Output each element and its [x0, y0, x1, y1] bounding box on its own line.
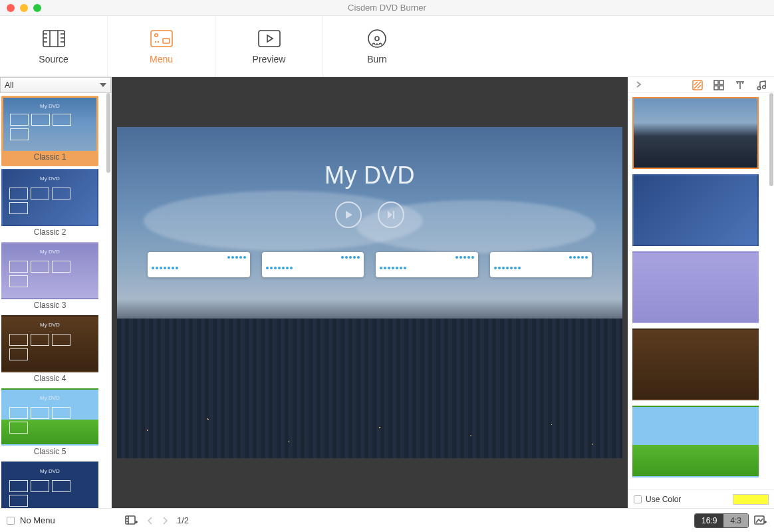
tab-frame[interactable] — [713, 79, 725, 91]
template-name: Classic 3 — [1, 299, 98, 313]
template-name: Classic 4 — [1, 372, 98, 386]
svg-rect-25 — [714, 80, 718, 84]
svg-point-10 — [154, 33, 157, 36]
dvd-title-text[interactable]: My DVD — [117, 162, 622, 190]
svg-rect-36 — [126, 516, 135, 524]
template-item[interactable]: My DVDClassic 3 — [1, 242, 98, 313]
no-menu-label: No Menu — [20, 515, 55, 525]
svg-rect-26 — [719, 80, 723, 84]
background-item[interactable] — [632, 329, 759, 400]
svg-marker-15 — [267, 35, 273, 42]
svg-rect-14 — [259, 31, 280, 47]
background-scrollbar[interactable] — [769, 93, 774, 489]
burn-disc-icon — [365, 29, 389, 49]
add-chapter-button[interactable] — [125, 514, 138, 527]
template-list[interactable]: My DVDClassic 1My DVDClassic 2My DVDClas… — [0, 93, 111, 508]
add-image-button[interactable] — [754, 514, 767, 527]
svg-line-22 — [694, 82, 701, 88]
chapter-thumbnails — [148, 252, 592, 277]
template-thumb: My DVD — [1, 242, 98, 299]
svg-point-17 — [375, 37, 379, 41]
menu-stage[interactable]: My DVD — [117, 127, 622, 458]
svg-point-34 — [763, 85, 766, 88]
window-minimize-button[interactable] — [20, 4, 28, 12]
svg-rect-20 — [393, 211, 394, 219]
menu-layout-icon — [150, 29, 174, 49]
stage-city-lights — [117, 319, 622, 458]
use-color-row: Use Color — [628, 489, 774, 508]
tab-menu[interactable]: Menu — [108, 16, 215, 76]
background-item[interactable] — [632, 251, 759, 323]
main-area: All My DVDClassic 1My DVDClassic 2My DVD… — [0, 77, 774, 508]
collapse-right-button[interactable] — [635, 80, 642, 90]
template-filter-dropdown[interactable]: All — [0, 77, 111, 93]
window-zoom-button[interactable] — [33, 4, 41, 12]
tab-menu-label: Menu — [150, 54, 173, 65]
use-color-checkbox[interactable] — [634, 495, 642, 503]
tab-burn-label: Burn — [367, 54, 387, 65]
svg-line-24 — [698, 85, 701, 88]
template-item[interactable]: My DVDClassic 1 — [1, 96, 98, 166]
prev-page-button[interactable] — [144, 514, 157, 527]
tab-source-label: Source — [39, 54, 68, 65]
svg-rect-11 — [163, 39, 170, 43]
tab-source[interactable]: Source — [0, 16, 108, 76]
svg-rect-0 — [43, 31, 64, 47]
properties-sidebar: Use Color — [628, 77, 774, 508]
template-thumb: My DVD — [1, 315, 98, 372]
tab-background[interactable] — [692, 79, 704, 91]
preview-icon — [257, 29, 281, 49]
chapter-card[interactable] — [376, 252, 478, 277]
svg-marker-18 — [346, 211, 352, 219]
no-menu-checkbox[interactable] — [7, 517, 15, 525]
footer-bar: No Menu 1/2 16:9 4:3 — [0, 508, 774, 532]
background-item[interactable] — [632, 174, 759, 246]
chapter-card[interactable] — [262, 252, 364, 277]
background-list[interactable] — [628, 93, 774, 489]
tab-preview[interactable]: Preview — [215, 16, 323, 76]
page-indicator: 1/2 — [177, 515, 189, 525]
preview-area: My DVD — [112, 77, 628, 508]
template-item[interactable]: My DVDClassic 5 — [1, 388, 98, 459]
properties-tabs — [628, 77, 774, 93]
aspect-ratio-toggle: 16:9 4:3 — [694, 513, 749, 528]
filmstrip-icon — [42, 29, 66, 49]
template-item[interactable]: My DVDClassic 2 — [1, 169, 98, 239]
color-swatch[interactable] — [733, 494, 769, 505]
dropdown-arrow-icon — [100, 83, 106, 87]
template-item[interactable]: My DVD — [1, 462, 98, 508]
next-button[interactable] — [378, 201, 404, 228]
template-name: Classic 2 — [1, 226, 98, 239]
svg-point-13 — [157, 41, 158, 42]
svg-rect-27 — [714, 86, 718, 90]
chapter-card[interactable] — [148, 252, 250, 277]
svg-point-12 — [154, 41, 156, 42]
template-sidebar: All My DVDClassic 1My DVDClassic 2My DVD… — [0, 77, 112, 508]
template-filter-value: All — [5, 80, 13, 90]
tab-preview-label: Preview — [253, 54, 286, 65]
template-thumb: My DVD — [1, 462, 98, 508]
background-item[interactable] — [632, 97, 759, 169]
play-button[interactable] — [335, 201, 362, 228]
window-close-button[interactable] — [7, 4, 15, 12]
svg-point-16 — [368, 30, 386, 47]
template-name: Classic 1 — [3, 151, 96, 164]
svg-rect-28 — [719, 86, 723, 90]
main-toolbar: Source Menu Preview Burn — [0, 16, 774, 77]
background-item[interactable] — [632, 406, 759, 477]
svg-line-23 — [694, 82, 698, 85]
play-controls — [117, 201, 622, 228]
template-scrollbar[interactable] — [106, 93, 111, 508]
chapter-card[interactable] — [490, 252, 592, 277]
titlebar: Cisdem DVD Burner — [0, 0, 774, 16]
template-item[interactable]: My DVDClassic 4 — [1, 315, 98, 386]
window-title: Cisdem DVD Burner — [0, 3, 774, 13]
tab-burn[interactable]: Burn — [323, 16, 431, 76]
ratio-16-9[interactable]: 16:9 — [695, 514, 723, 527]
ratio-4-3[interactable]: 4:3 — [723, 514, 748, 527]
template-thumb: My DVD — [1, 388, 98, 446]
next-page-button[interactable] — [158, 514, 172, 527]
tab-music[interactable] — [755, 79, 767, 91]
template-thumb: My DVD — [1, 169, 98, 226]
tab-text[interactable] — [734, 79, 746, 91]
